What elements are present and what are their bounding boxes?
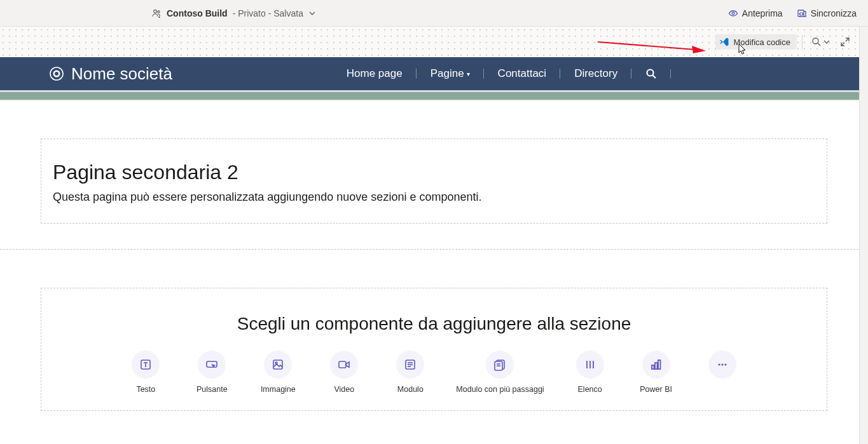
svg-point-32 [718,363,720,365]
svg-point-0 [154,10,157,13]
nav-directory-label: Directory [574,67,617,80]
svg-line-7 [818,43,820,46]
svg-marker-5 [692,46,706,53]
component-picker-section: Scegli un componente da aggiungere alla … [41,288,827,411]
image-icon [272,358,284,371]
app-name: Contoso Build [167,8,228,18]
brand-label: Nome società [71,64,172,84]
expand-icon [840,37,850,47]
svg-line-4 [598,42,694,50]
video-icon [338,358,350,371]
more-icon [716,358,729,371]
button-icon [205,358,218,371]
component-image[interactable]: Immagine [258,351,298,394]
svg-point-2 [732,12,734,15]
nav-directory[interactable]: Directory [560,67,631,80]
zoom-button[interactable] [808,34,834,50]
text-icon [139,358,152,371]
sync-button[interactable]: Sincronizza [797,8,857,18]
component-more[interactable]: . [702,351,743,394]
svg-rect-17 [339,361,346,368]
component-form[interactable]: Modulo [390,351,431,394]
powerbi-icon [650,358,663,371]
component-list[interactable]: Elenco [570,351,610,394]
app-meta: - Privato - Salvata [233,8,303,18]
page-subtitle: Questa pagina può essere personalizzata … [53,191,815,204]
eye-icon [728,8,738,18]
svg-point-34 [724,363,726,365]
nav-home-label: Home page [347,67,403,80]
vscode-icon [719,37,729,47]
svg-point-1 [158,10,160,12]
page-title: Pagina secondaria 2 [53,161,815,184]
page-header-section[interactable]: Pagina secondaria 2 Questa pagina può es… [41,138,827,224]
picker-heading: Scegli un componente da aggiungere alla … [67,314,801,334]
command-bar: Contoso Build - Privato - Salvata Antepr… [0,0,868,27]
sync-label: Sincronizza [811,8,857,18]
people-icon [151,8,162,18]
site-header: Nome società Home page Pagine▾ Contattac… [0,57,868,90]
component-text-label: Testo [136,385,155,394]
zoom-icon [811,37,822,47]
divider [802,35,803,49]
scrollbar-track[interactable] [859,27,868,444]
component-list-label: Elenco [578,385,602,394]
svg-line-12 [653,76,656,79]
section-divider [0,249,868,250]
component-button[interactable]: Pulsante [191,351,232,394]
app-title-group[interactable]: Contoso Build - Privato - Salvata [151,8,316,18]
component-powerbi[interactable]: Power BI [636,351,677,394]
component-button-label: Pulsante [196,385,228,394]
chevron-down-icon [823,39,830,45]
caret-down-icon: ▾ [467,71,470,77]
preview-label: Anteprima [742,8,783,18]
nav-contact[interactable]: Contattaci [484,67,561,80]
svg-point-33 [721,363,723,365]
nav-contact-label: Contattaci [498,67,547,80]
sync-icon [797,8,807,18]
canvas-toolbar: Modifica codice [0,27,868,57]
search-icon [645,68,657,79]
site-nav: Home page Pagine▾ Contattaci Directory [172,67,844,80]
nav-pages-label: Pagine [431,67,464,80]
component-video-label: Video [334,385,354,394]
svg-point-6 [813,38,818,44]
edit-code-button[interactable]: Modifica codice [715,34,797,50]
edit-code-label: Modifica codice [733,37,790,47]
form-icon [404,358,417,371]
site-brand[interactable]: Nome società [50,64,172,84]
chevron-down-icon [308,10,316,17]
svg-rect-30 [655,363,658,369]
svg-rect-31 [658,360,661,369]
annotation-arrow [598,39,706,53]
component-form-label: Modulo [397,385,424,394]
expand-button[interactable] [836,34,854,50]
nav-search[interactable] [631,68,671,79]
component-powerbi-label: Power BI [640,385,672,394]
accent-band [0,90,868,100]
component-list: Testo Pulsante Immagine Video Modulo Mod [67,351,801,394]
svg-point-11 [647,70,654,76]
page-canvas: Pagina secondaria 2 Questa pagina può es… [0,100,868,444]
component-image-label: Immagine [261,385,296,394]
logo-icon [50,67,64,81]
nav-home[interactable]: Home page [333,67,417,80]
list-icon [584,358,596,371]
multistep-icon [493,358,506,371]
component-multistep-label: Modulo con più passaggi [456,385,544,394]
preview-button[interactable]: Anteprima [728,8,783,18]
component-multistep-form[interactable]: Modulo con più passaggi [456,351,544,394]
nav-pages[interactable]: Pagine▾ [417,67,484,80]
svg-rect-29 [652,365,654,369]
component-video[interactable]: Video [324,351,364,394]
svg-point-10 [55,72,59,76]
component-text[interactable]: Testo [125,351,166,394]
